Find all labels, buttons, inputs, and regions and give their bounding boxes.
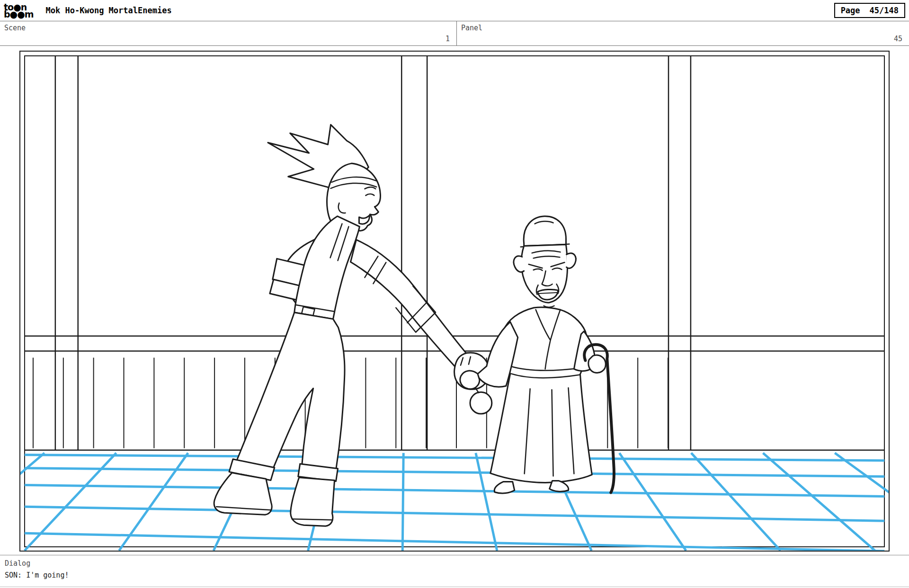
old-man-cap bbox=[524, 216, 566, 246]
logo-line-2: b●●m bbox=[4, 11, 34, 18]
panel-value: 45 bbox=[894, 35, 902, 43]
old-man-cane-hand bbox=[588, 355, 606, 373]
storyboard-drawing bbox=[20, 52, 889, 551]
girl-torso bbox=[294, 216, 360, 319]
old-man-ear-right bbox=[566, 253, 576, 268]
scene-value: 1 bbox=[446, 35, 450, 43]
scene-label: Scene bbox=[4, 24, 26, 32]
page-value: 45/148 bbox=[870, 6, 899, 15]
floor-grid bbox=[20, 453, 889, 551]
page-indicator: Page 45/148 bbox=[834, 3, 905, 18]
old-man-foot-left bbox=[494, 482, 515, 493]
held-ball bbox=[470, 392, 492, 414]
old-man-chin bbox=[544, 306, 554, 307]
toonboom-logo-icon: to●n b●●m bbox=[4, 4, 34, 18]
project-title: Mok Ho-Kwong MortalEnemies bbox=[46, 6, 172, 15]
page-label: Page bbox=[841, 6, 860, 15]
old-man-figure bbox=[460, 216, 614, 493]
panel-label: Panel bbox=[461, 24, 482, 32]
dialog-text: SON: I'm going! bbox=[5, 569, 904, 581]
girl-figure bbox=[214, 125, 492, 526]
girl-reaching-arm bbox=[350, 240, 466, 367]
top-bar: to●n b●●m Mok Ho-Kwong MortalEnemies Pag… bbox=[0, 0, 909, 21]
dialog-label: Dialog bbox=[5, 558, 904, 569]
storyboard-panel bbox=[19, 51, 890, 552]
scene-cell: Scene 1 bbox=[0, 21, 457, 45]
dialog-caption-box: Dialog SON: I'm going! bbox=[0, 555, 909, 587]
panel-cell: Panel 45 bbox=[457, 21, 909, 45]
old-man-reaching-hand bbox=[460, 371, 480, 389]
scene-panel-row: Scene 1 Panel 45 bbox=[0, 21, 909, 46]
old-man-foot-right bbox=[550, 481, 569, 492]
